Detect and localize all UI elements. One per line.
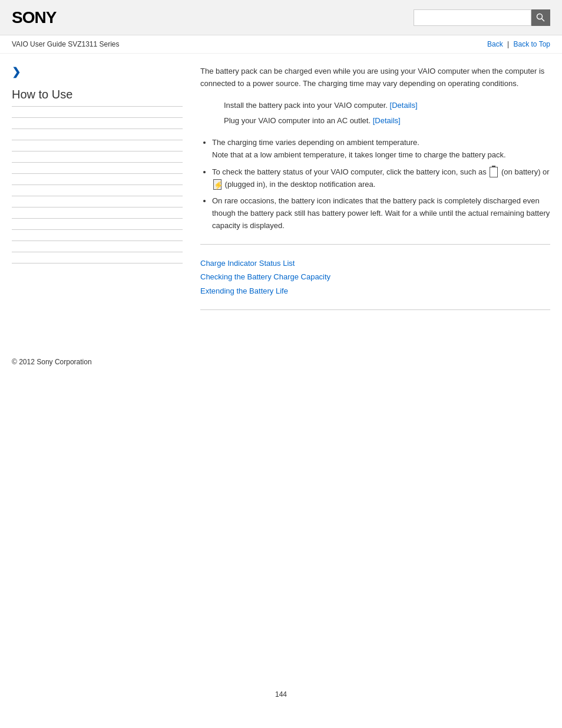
content-intro: The battery pack can be charged even whi…	[200, 65, 550, 90]
step-2-text: Plug your VAIO computer into an AC outle…	[224, 116, 371, 125]
sidebar-line-4	[12, 151, 183, 151]
sidebar-line-7	[12, 185, 183, 185]
sidebar-line-6	[12, 173, 183, 174]
search-area	[414, 9, 550, 26]
bullet-2-text: To check the battery status of your VAIO…	[212, 167, 550, 189]
content-divider-2	[200, 309, 550, 310]
search-icon	[536, 13, 546, 22]
search-input[interactable]	[414, 9, 531, 26]
related-link-battery-charge-capacity[interactable]: Checking the Battery Charge Capacity	[200, 270, 550, 284]
sidebar-line-12	[12, 241, 183, 241]
step-2-details-link[interactable]: [Details]	[373, 116, 401, 125]
footer: © 2012 Sony Corporation	[0, 345, 562, 378]
nav-separator: |	[507, 40, 511, 48]
bullet-item-1: The charging time varies depending on am…	[212, 137, 550, 162]
svg-line-1	[542, 18, 545, 21]
bullet-1-text: The charging time varies depending on am…	[212, 138, 506, 159]
nav-bar: VAIO User Guide SVZ1311 Series Back | Ba…	[0, 35, 562, 54]
nav-links: Back | Back to Top	[487, 40, 550, 48]
related-links: Charge Indicator Status List Checking th…	[200, 256, 550, 298]
sidebar-line-11	[12, 229, 183, 230]
content-divider-1	[200, 244, 550, 245]
step-2: Plug your VAIO computer into an AC outle…	[224, 115, 550, 127]
sidebar-line-14	[12, 263, 183, 263]
main-container: ❯ How to Use The battery pack can be cha…	[0, 54, 562, 334]
step-1: Install the battery pack into your VAIO …	[224, 100, 550, 112]
content-area: The battery pack can be charged even whi…	[194, 65, 550, 322]
battery-icon-plugged-in: ⚡	[213, 179, 222, 190]
sidebar-line-13	[12, 252, 183, 252]
step-1-details-link[interactable]: [Details]	[390, 101, 418, 110]
sidebar-section-title: How to Use	[12, 88, 183, 107]
steps-list: Install the battery pack into your VAIO …	[224, 100, 550, 128]
sidebar-line-5	[12, 162, 183, 163]
sidebar: ❯ How to Use	[12, 65, 183, 322]
search-button[interactable]	[531, 9, 550, 26]
bullet-3-text: On rare occasions, the battery icon indi…	[212, 196, 550, 230]
sidebar-chevron-icon: ❯	[12, 65, 183, 78]
back-link[interactable]: Back	[487, 40, 503, 48]
bullet-item-3: On rare occasions, the battery icon indi…	[212, 195, 550, 232]
related-link-charge-indicator[interactable]: Charge Indicator Status List	[200, 256, 550, 270]
bullet-list: The charging time varies depending on am…	[212, 137, 550, 232]
back-to-top-link[interactable]: Back to Top	[514, 40, 550, 48]
battery-icon-on-battery	[490, 167, 498, 177]
related-link-extending-battery[interactable]: Extending the Battery Life	[200, 284, 550, 298]
sidebar-line-10	[12, 218, 183, 219]
sony-logo: SONY	[12, 8, 56, 27]
svg-point-0	[537, 14, 543, 19]
sidebar-dividers	[12, 107, 183, 263]
sidebar-line-9	[12, 207, 183, 207]
sidebar-line-2	[12, 129, 183, 129]
guide-title: VAIO User Guide SVZ1311 Series	[12, 40, 120, 48]
sidebar-line-1	[12, 117, 183, 118]
header: SONY	[0, 0, 562, 35]
page-number: 144	[263, 678, 299, 710]
sidebar-line-8	[12, 196, 183, 196]
copyright: © 2012 Sony Corporation	[12, 358, 92, 366]
bullet-item-2: To check the battery status of your VAIO…	[212, 166, 550, 191]
sidebar-line-3	[12, 140, 183, 140]
step-1-text: Install the battery pack into your VAIO …	[224, 101, 388, 110]
